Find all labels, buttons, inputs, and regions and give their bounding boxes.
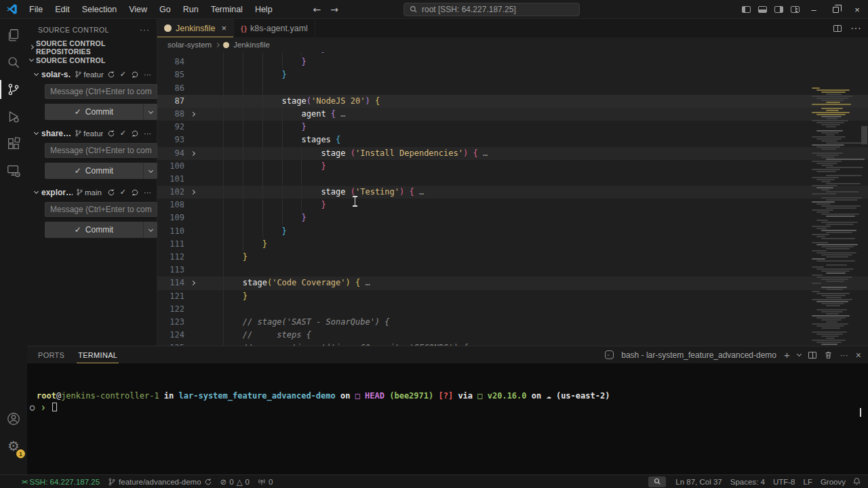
refresh-icon[interactable] [131,129,139,138]
commit-dropdown[interactable] [143,104,157,120]
menu-selection[interactable]: Selection [77,3,122,16]
code-line[interactable]: 113 [157,264,868,277]
close-panel-icon[interactable]: × [856,350,861,361]
commit-check-icon[interactable]: ✓ [120,70,126,79]
back-icon[interactable]: ← [313,4,321,15]
code-line[interactable]: 94 stage ('Install Dependencies') { … [157,147,868,160]
minimap[interactable] [809,87,859,347]
repo-row-share[interactable]: share… featur ✓ ··· [27,125,157,141]
command-center[interactable]: root [SSH: 64.227.187.25] [403,3,580,16]
code-line[interactable]: 85 } [157,68,868,81]
explorer-icon[interactable] [0,22,27,49]
fold-chevron-icon[interactable] [191,112,195,117]
tab-ports[interactable]: PORTS [31,346,71,363]
cursor-position[interactable]: Ln 87, Col 37 [671,478,726,486]
code-line[interactable]: 92 } [157,121,868,134]
commit-button[interactable]: ✓ Commit [45,163,157,179]
customize-layout-icon[interactable] [787,0,803,19]
ports-indicator[interactable]: 0 [254,475,277,488]
menu-help[interactable]: Help [250,3,278,16]
git-branch-indicator[interactable]: feature/advanced-demo [104,475,216,488]
search-icon[interactable] [0,49,27,76]
code-line[interactable]: 110 } [157,225,868,238]
more-actions-icon[interactable]: ··· [144,70,151,79]
code-line[interactable]: 114 stage('Code Coverage') { … [157,277,868,289]
code-line[interactable]: 86 [157,82,868,95]
tab-k8s-agent-yaml[interactable]: { } k8s-agent.yaml [234,19,315,37]
tab-jenkinsfile[interactable]: Jenkinsfile × [157,19,234,37]
breadcrumb-folder[interactable]: solar-system [167,41,212,49]
more-actions-icon[interactable]: ··· [144,129,151,138]
menu-go[interactable]: Go [154,3,176,16]
code-line[interactable]: 88 agent { … [157,108,868,121]
toggle-secondary-sidebar-icon[interactable] [770,0,787,19]
commit-message-input[interactable] [45,84,157,99]
split-editor-icon[interactable] [833,25,842,32]
code-line[interactable]: 112 } [157,251,868,264]
repo-row-solar-system[interactable]: solar-s… featur ✓ ··· [27,66,157,82]
code-line[interactable]: 102 stage ('Testing') { … [157,186,868,199]
section-source-control[interactable]: SOURCE CONTROL [27,54,157,66]
forward-icon[interactable]: → [330,4,338,15]
toggle-sidebar-icon[interactable] [738,0,754,19]
indentation[interactable]: Spaces: 4 [726,478,769,486]
code-line[interactable]: 108 } [157,199,868,211]
code-line[interactable]: 93 stages { [157,134,868,146]
menu-edit[interactable]: Edit [50,3,75,16]
terminal-content[interactable]: root@jenkins-controller-1 in lar-system_… [27,363,868,413]
fold-chevron-icon[interactable] [191,150,195,155]
terminal-session-label[interactable]: bash - lar-system_feature_advanced-demo [621,350,776,360]
code-line[interactable]: 124 // steps { [157,329,868,342]
menu-run[interactable]: Run [178,3,204,16]
commit-button[interactable]: ✓ Commit [45,222,157,238]
code-line[interactable]: 100 } [157,160,868,173]
screencast-search-icon[interactable] [648,476,666,487]
sync-icon[interactable] [107,188,115,197]
toggle-panel-icon[interactable] [754,0,770,19]
panel-more-actions-icon[interactable]: ··· [840,350,848,360]
source-control-icon[interactable] [0,76,27,103]
fold-chevron-icon[interactable] [191,190,195,195]
terminal-dropdown-icon[interactable] [797,352,802,357]
code-line[interactable]: 87 stage('NodeJS 20') { [157,95,868,108]
refresh-icon[interactable] [131,70,139,79]
settings-gear-icon[interactable]: ⚙ 1 [0,432,27,460]
eol-sequence[interactable]: LF [800,478,816,486]
run-debug-icon[interactable] [0,103,27,130]
extensions-icon[interactable] [0,130,27,157]
new-terminal-icon[interactable]: + [784,349,790,361]
commit-check-icon[interactable]: ✓ [120,188,126,197]
code-line[interactable]: 111 } [157,238,868,251]
menu-view[interactable]: View [123,3,153,16]
commit-check-icon[interactable]: ✓ [120,129,126,138]
more-actions-icon[interactable]: ··· [144,188,151,197]
fold-chevron-icon[interactable] [191,281,195,285]
encoding[interactable]: UTF-8 [769,478,800,486]
commit-message-input[interactable] [45,202,157,217]
close-button[interactable]: × [846,0,868,19]
code-area[interactable]: 83 }84 }85 }8687 stage('NodeJS 20') {88 … [157,52,868,347]
commit-dropdown[interactable] [143,222,157,238]
sidebar-more-icon[interactable]: ··· [140,25,150,35]
notifications-bell-icon[interactable] [852,477,861,486]
commit-button[interactable]: ✓ Commit [45,104,157,120]
split-terminal-icon[interactable] [808,352,816,359]
sync-icon[interactable] [107,129,115,138]
tab-terminal[interactable]: TERMINAL [71,346,124,363]
close-tab-icon[interactable]: × [221,23,226,33]
editor-more-actions-icon[interactable]: ··· [850,22,861,35]
sync-icon[interactable] [107,70,115,79]
code-line[interactable]: 84 } [157,56,868,68]
breadcrumb-file[interactable]: Jenkinsfile [233,41,270,49]
problems-indicator[interactable]: ⊘ 0 △ 0 [216,475,254,488]
remote-explorer-icon[interactable] [0,157,27,184]
account-icon[interactable] [0,405,27,432]
menu-file[interactable]: File [24,3,48,16]
remote-ssh-indicator[interactable]: >< SSH: 64.227.187.25 [18,475,104,488]
repo-row-explorer[interactable]: explor… main ✓ ··· [27,184,157,200]
section-source-control-repositories[interactable]: SOURCE CONTROL REPOSITORIES [27,41,157,54]
restore-button[interactable] [825,0,846,19]
commit-dropdown[interactable] [143,163,157,179]
menu-terminal[interactable]: Terminal [205,3,248,16]
editor-scrollbar[interactable] [861,126,867,144]
